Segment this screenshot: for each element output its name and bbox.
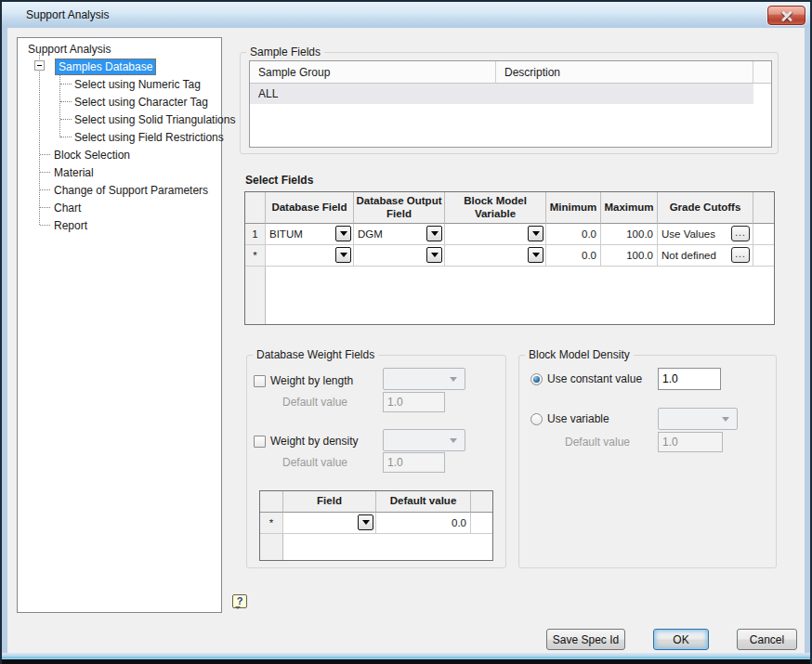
cell-block-model-variable-row1[interactable]: [445, 224, 546, 245]
column-header-block-model-variable: Block Model Variable: [445, 192, 546, 224]
tree-item-report[interactable]: Report: [51, 216, 90, 234]
use-variable-radio[interactable]: [530, 413, 543, 425]
weight-by-length-label: Weight by length: [270, 374, 353, 387]
database-output-field-dropdown-row1[interactable]: [426, 226, 442, 241]
column-header-rownum: [260, 491, 283, 513]
title-bar[interactable]: Support Analysis: [2, 2, 810, 28]
weight-by-length-checkbox[interactable]: [254, 375, 266, 387]
chevron-down-icon: [450, 438, 457, 443]
density-default-value-input: [383, 452, 445, 473]
dialog-body: Support Analysis Samples Database Select…: [7, 28, 805, 653]
tree-item-samples-database[interactable]: Samples Database: [55, 58, 156, 75]
use-variable-label: Use variable: [547, 412, 609, 425]
density-default-value-label: Default value: [282, 456, 347, 469]
sample-fields-group: Sample Fields Sample Group Description A…: [240, 52, 779, 154]
chevron-down-icon: [450, 377, 457, 382]
tree-item-select-using-solid-triangulations[interactable]: Select using Solid Triangulations: [72, 111, 238, 128]
variable-default-value-label: Default value: [565, 436, 630, 449]
weight-field-dropdown[interactable]: [358, 514, 373, 530]
column-header-default-value: Default value: [376, 491, 471, 513]
cell-minimum-row2[interactable]: 0.0: [546, 245, 601, 267]
table-row: * 0.0 100.0 Not defined ...: [245, 245, 774, 267]
close-icon: [781, 10, 792, 21]
cell-block-model-variable-row2[interactable]: [445, 245, 546, 267]
column-header-database-field: Database Field: [266, 192, 354, 224]
column-header-spacer: [753, 192, 774, 224]
column-header-sample-group: Sample Group: [250, 61, 496, 84]
row-header-filler: [245, 267, 266, 325]
row-header: 1: [245, 224, 266, 245]
cell-database-field-row2[interactable]: [266, 245, 354, 267]
database-field-dropdown-row1[interactable]: [335, 226, 351, 241]
tree-item-select-using-field-restrictions[interactable]: Select using Field Restrictions: [72, 128, 227, 146]
block-model-variable-dropdown-row1[interactable]: [528, 226, 544, 241]
weight-by-density-checkbox[interactable]: [254, 436, 266, 448]
column-header-spacer: [753, 61, 771, 84]
tree-connector: [60, 119, 72, 120]
tree-item-block-selection[interactable]: Block Selection: [51, 146, 133, 163]
cell-database-output-field-row2[interactable]: [354, 245, 445, 267]
table-row: * 0.0: [260, 513, 492, 534]
tree-connector: [40, 154, 50, 155]
description-cell[interactable]: [496, 84, 753, 104]
cell-database-output-field-row1[interactable]: DGM: [354, 224, 445, 245]
constant-value-input[interactable]: [658, 368, 721, 390]
cell-weight-default-value[interactable]: 0.0: [376, 513, 471, 534]
cell-spacer-row1: [753, 224, 774, 245]
variable-default-value-input: [658, 432, 723, 452]
tree-connector: [40, 207, 50, 208]
tree-connector: [60, 137, 72, 137]
database-weight-fields-group: Database Weight Fields Weight by length …: [246, 355, 506, 568]
support-analysis-dialog: Support Analysis Support Analysis Sample…: [0, 0, 812, 664]
tree-connector: [40, 172, 50, 173]
cell-weight-field[interactable]: [283, 513, 376, 534]
tree-connector: [40, 225, 50, 226]
weight-by-length-field-combo: [383, 368, 465, 390]
block-model-density-group-label: Block Model Density: [525, 348, 634, 361]
chevron-down-icon: [722, 417, 729, 422]
variable-field-combo: [658, 408, 738, 430]
navigation-tree: Support Analysis Samples Database Select…: [17, 37, 222, 613]
cell-grade-cutoffs-row1[interactable]: Use Values ...: [658, 224, 753, 245]
tree-item-chart[interactable]: Chart: [51, 199, 84, 216]
save-spec-id-button[interactable]: Save Spec Id: [546, 629, 625, 650]
cell-maximum-row1[interactable]: 100.0: [601, 224, 658, 245]
cell-grade-cutoffs-row2[interactable]: Not defined ...: [658, 245, 753, 267]
cell-database-field-row1[interactable]: BITUM: [266, 224, 354, 245]
tree-item-select-using-numeric-tag[interactable]: Select using Numeric Tag: [72, 75, 203, 93]
database-weight-fields-group-label: Database Weight Fields: [253, 348, 378, 361]
weight-by-density-field-combo: [383, 429, 465, 451]
column-header-maximum: Maximum: [601, 192, 658, 224]
tree-collapse-icon[interactable]: [34, 60, 45, 71]
tree-connector: [40, 189, 50, 190]
use-constant-value-radio[interactable]: [530, 373, 543, 385]
column-header-minimum: Minimum: [546, 192, 601, 224]
cell-minimum-row1[interactable]: 0.0: [546, 224, 601, 245]
tree-connector: [60, 84, 72, 85]
cell-maximum-row2[interactable]: 100.0: [601, 245, 658, 267]
select-fields-table: Database Field Database Output Field Blo…: [244, 191, 775, 325]
cancel-button[interactable]: Cancel: [737, 629, 797, 650]
tree-item-support-analysis[interactable]: Support Analysis: [25, 40, 113, 58]
grade-cutoffs-more-button-row1[interactable]: ...: [731, 226, 750, 241]
tree-item-select-using-character-tag[interactable]: Select using Character Tag: [72, 93, 211, 111]
ok-button[interactable]: OK: [653, 629, 709, 650]
database-output-field-dropdown-row2[interactable]: [426, 247, 442, 263]
tree-item-material[interactable]: Material: [51, 163, 97, 181]
cell-spacer-row2: [753, 245, 774, 267]
column-header-rownum: [245, 192, 266, 224]
help-icon[interactable]: ?: [232, 594, 247, 608]
grade-cutoffs-more-button-row2[interactable]: ...: [731, 247, 750, 263]
sample-group-cell[interactable]: ALL: [250, 84, 496, 104]
window-bottom-edge: [2, 659, 810, 664]
column-header-description: Description: [496, 61, 753, 84]
close-button[interactable]: [767, 6, 805, 25]
length-default-value-label: Default value: [282, 396, 347, 409]
tree-item-change-of-support-parameters[interactable]: Change of Support Parameters: [51, 181, 211, 199]
database-field-dropdown-row2[interactable]: [335, 247, 351, 263]
row-header-filler: [260, 534, 283, 561]
block-model-variable-dropdown-row2[interactable]: [528, 247, 544, 263]
sample-group-table: Sample Group Description ALL: [249, 60, 772, 148]
window-title: Support Analysis: [26, 8, 109, 21]
sample-group-row[interactable]: ALL: [250, 84, 753, 104]
